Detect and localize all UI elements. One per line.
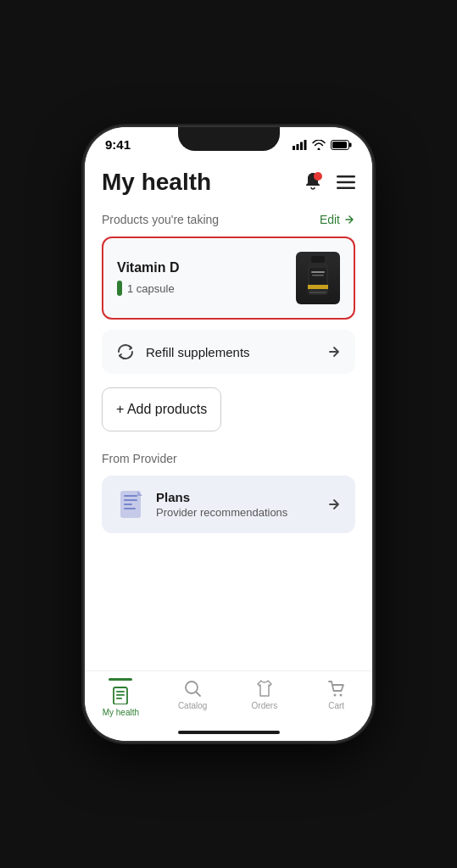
- nav-label-orders: Orders: [252, 701, 278, 710]
- bottom-navigation: My health Catalog: [85, 670, 372, 731]
- vitamin-d-card[interactable]: Vitamin D 1 capsule: [102, 236, 355, 320]
- status-time: 9:41: [105, 137, 131, 152]
- svg-rect-8: [337, 175, 355, 178]
- svg-rect-14: [311, 271, 325, 273]
- active-indicator: [109, 678, 132, 681]
- product-image: [296, 252, 340, 304]
- edit-link[interactable]: Edit: [320, 213, 355, 226]
- nav-item-my-health[interactable]: My health: [95, 678, 146, 717]
- plans-title: Plans: [156, 490, 316, 504]
- header-actions: [303, 171, 355, 193]
- svg-rect-24: [116, 691, 125, 693]
- svg-rect-5: [349, 142, 352, 147]
- my-health-icon: [110, 685, 131, 705]
- refill-left: Refill supplements: [115, 342, 250, 362]
- refill-row[interactable]: Refill supplements: [102, 330, 355, 374]
- arrow-right-icon: [326, 497, 342, 512]
- svg-point-7: [314, 172, 322, 181]
- arrow-right-icon: [326, 344, 342, 359]
- svg-rect-13: [309, 268, 326, 287]
- products-label: Products you're taking: [102, 213, 219, 226]
- refill-label: Refill supplements: [146, 345, 250, 359]
- svg-rect-1: [297, 144, 299, 150]
- document-icon: [119, 491, 142, 518]
- menu-icon[interactable]: [337, 175, 355, 189]
- svg-rect-16: [308, 285, 328, 289]
- orders-icon: [254, 678, 275, 698]
- svg-rect-26: [116, 698, 122, 699]
- products-section-header: Products you're taking Edit: [102, 213, 355, 226]
- svg-point-29: [339, 694, 342, 697]
- svg-rect-15: [312, 275, 324, 276]
- svg-point-28: [333, 694, 336, 697]
- add-products-button[interactable]: + Add products: [102, 387, 221, 431]
- svg-rect-17: [309, 292, 326, 293]
- nav-label-catalog: Catalog: [178, 701, 207, 710]
- wifi-icon: [312, 140, 326, 150]
- svg-rect-20: [124, 499, 137, 501]
- plans-subtitle: Provider recommendations: [156, 506, 316, 519]
- svg-rect-3: [304, 140, 307, 150]
- plans-icon: [115, 489, 146, 520]
- svg-rect-21: [124, 504, 132, 505]
- svg-rect-10: [337, 187, 355, 190]
- notification-bell-icon[interactable]: [303, 171, 323, 193]
- nav-item-orders[interactable]: Orders: [239, 678, 290, 717]
- svg-rect-2: [300, 142, 303, 150]
- arrow-right-icon: [343, 214, 355, 225]
- nav-item-catalog[interactable]: Catalog: [167, 678, 218, 717]
- signal-icon: [293, 140, 307, 150]
- cart-icon: [326, 678, 347, 698]
- nav-label-cart: Cart: [328, 701, 344, 710]
- svg-rect-25: [116, 694, 125, 696]
- dosage-indicator: [117, 281, 122, 296]
- plans-text: Plans Provider recommendations: [156, 490, 316, 519]
- from-provider-label: From Provider: [102, 452, 355, 465]
- supplement-bottle-icon: [303, 256, 333, 300]
- plans-card[interactable]: Plans Provider recommendations: [102, 476, 355, 533]
- page-header: My health: [102, 155, 355, 213]
- refresh-icon: [115, 342, 136, 362]
- product-info: Vitamin D 1 capsule: [117, 260, 180, 296]
- product-name: Vitamin D: [117, 260, 180, 275]
- svg-rect-9: [337, 181, 355, 184]
- main-content: My health: [85, 155, 372, 670]
- nav-item-cart[interactable]: Cart: [311, 678, 362, 717]
- home-indicator: [85, 731, 372, 741]
- dosage-text: 1 capsule: [127, 282, 175, 295]
- nav-label-my-health: My health: [103, 708, 139, 717]
- page-title: My health: [102, 169, 211, 196]
- edit-label: Edit: [320, 213, 340, 226]
- svg-rect-19: [124, 495, 137, 497]
- svg-rect-23: [114, 687, 127, 704]
- status-icons: [293, 140, 352, 150]
- svg-rect-0: [293, 146, 295, 150]
- svg-rect-11: [311, 256, 325, 263]
- svg-rect-22: [124, 508, 136, 509]
- catalog-icon: [182, 678, 203, 698]
- home-bar: [178, 731, 280, 734]
- svg-rect-6: [332, 142, 347, 148]
- product-dosage: 1 capsule: [117, 281, 180, 296]
- add-products-label: + Add products: [116, 402, 207, 417]
- battery-icon: [331, 140, 352, 150]
